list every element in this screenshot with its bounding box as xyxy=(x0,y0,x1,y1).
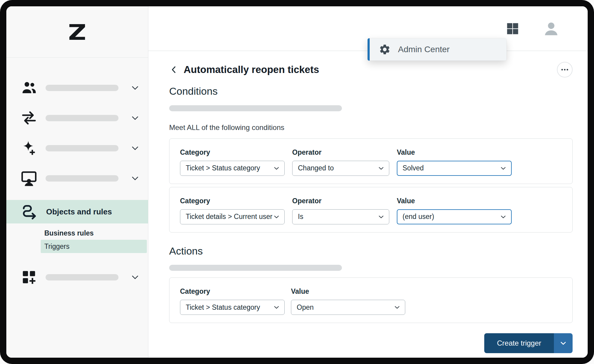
chevron-down-icon xyxy=(393,303,401,311)
actions-heading: Actions xyxy=(169,245,573,258)
chevron-down-icon xyxy=(273,213,280,221)
sidebar: Objects and rules Business rules Trigger… xyxy=(6,6,148,358)
sidebar-item-channels[interactable] xyxy=(6,103,148,133)
category-label: Category xyxy=(180,287,285,296)
people-icon xyxy=(21,80,37,96)
value-label: Value xyxy=(397,197,512,205)
sparkle-icon xyxy=(21,140,37,156)
nav-label-skeleton xyxy=(46,175,118,182)
screenshot-frame: Objects and rules Business rules Trigger… xyxy=(0,0,594,364)
trigger-editor-content: Automatically reopen tickets Conditions … xyxy=(148,62,588,353)
select-value: Is xyxy=(298,213,303,221)
condition-2-category-select[interactable]: Ticket details > Current user xyxy=(180,209,285,224)
app-grid-icon xyxy=(506,22,520,36)
category-label: Category xyxy=(180,197,285,205)
meet-all-conditions-text: Meet ALL of the following conditions xyxy=(169,123,573,132)
select-value: Ticket details > Current user xyxy=(186,213,272,221)
value-field: Value (end user) xyxy=(397,197,512,224)
select-value: Ticket > Status category xyxy=(186,303,260,312)
app-grid-button[interactable] xyxy=(506,22,520,36)
page-title: Automatically reopen tickets xyxy=(184,64,319,75)
nav-label-skeleton xyxy=(46,145,118,151)
chevron-down-icon xyxy=(499,164,507,172)
main-area: Admin Center Automatically reopen ticket… xyxy=(148,6,588,358)
more-options-button[interactable] xyxy=(557,62,573,78)
value-label: Value xyxy=(397,148,512,157)
chevron-down-icon xyxy=(131,83,140,92)
create-trigger-button[interactable]: Create trigger xyxy=(484,333,554,353)
chevron-down-icon xyxy=(559,339,567,347)
chevron-down-icon xyxy=(499,213,507,221)
condition-1-value-select[interactable]: Solved xyxy=(397,161,512,176)
monitor-user-icon xyxy=(21,170,37,186)
sidebar-item-business-rules[interactable]: Business rules xyxy=(6,226,148,240)
conditions-heading: Conditions xyxy=(169,85,573,98)
category-field: Category Ticket details > Current user xyxy=(180,197,285,224)
back-button[interactable] xyxy=(169,65,179,75)
sidebar-item-workspaces[interactable] xyxy=(6,163,148,193)
workflow-icon xyxy=(21,203,38,220)
chevron-down-icon xyxy=(273,303,280,311)
gear-icon xyxy=(379,43,391,55)
objects-and-rules-subnav: Business rules Triggers xyxy=(6,226,148,253)
sidebar-item-objects-and-rules[interactable]: Objects and rules xyxy=(6,200,148,223)
admin-center-label: Admin Center xyxy=(398,45,450,54)
sidebar-item-triggers[interactable]: Triggers xyxy=(41,240,147,253)
action-card-1: Category Ticket > Status category Value … xyxy=(169,277,573,323)
nav-label-skeleton xyxy=(46,274,118,280)
actions-description-skeleton xyxy=(169,265,342,271)
category-field: Category Ticket > Status category xyxy=(180,148,285,176)
condition-card-1: Category Ticket > Status category Operat… xyxy=(169,138,573,184)
sidebar-item-apps[interactable] xyxy=(6,262,148,292)
select-value: Open xyxy=(297,303,314,312)
chevron-down-icon xyxy=(131,174,140,183)
value-field: Value Solved xyxy=(397,148,512,176)
operator-label: Operator xyxy=(292,148,389,157)
swap-arrows-icon xyxy=(21,110,37,126)
zendesk-logo-icon xyxy=(69,24,85,40)
conditions-description-skeleton xyxy=(169,105,342,111)
condition-1-operator-select[interactable]: Changed to xyxy=(292,161,389,176)
operator-field: Operator Is xyxy=(292,197,389,224)
sidebar-item-label: Triggers xyxy=(44,242,70,251)
value-field: Value Open xyxy=(291,287,405,315)
action-1-category-select[interactable]: Ticket > Status category xyxy=(180,300,285,315)
select-value: Changed to xyxy=(298,164,334,172)
chevron-down-icon xyxy=(377,164,385,172)
chevron-down-icon xyxy=(131,273,140,282)
admin-center-popover: Admin Center xyxy=(368,38,507,61)
condition-1-category-select[interactable]: Ticket > Status category xyxy=(180,161,285,176)
chevron-down-icon xyxy=(377,213,385,221)
operator-label: Operator xyxy=(292,197,389,205)
sidebar-item-label: Objects and rules xyxy=(46,207,112,217)
condition-card-2: Category Ticket details > Current user O… xyxy=(169,187,573,233)
action-1-value-select[interactable]: Open xyxy=(291,300,405,315)
sidebar-item-people[interactable] xyxy=(6,73,148,103)
select-value: Ticket > Status category xyxy=(186,164,260,172)
sidebar-item-label: Business rules xyxy=(44,229,94,237)
category-field: Category Ticket > Status category xyxy=(180,287,285,315)
avatar-button[interactable] xyxy=(542,20,560,37)
nav-label-skeleton xyxy=(46,115,118,121)
avatar-icon xyxy=(542,20,560,37)
logo-area xyxy=(6,6,148,58)
apps-plus-icon xyxy=(21,269,37,285)
nav-label-skeleton xyxy=(46,85,118,91)
condition-2-operator-select[interactable]: Is xyxy=(292,209,389,224)
select-value: Solved xyxy=(403,164,424,172)
select-value: (end user) xyxy=(403,213,434,221)
title-row: Automatically reopen tickets xyxy=(169,62,573,78)
condition-2-value-select[interactable]: (end user) xyxy=(397,209,512,224)
value-label: Value xyxy=(291,287,405,296)
operator-field: Operator Changed to xyxy=(292,148,389,176)
popover-accent-bar xyxy=(368,38,370,61)
admin-center-menu-item[interactable]: Admin Center xyxy=(370,38,507,61)
sidebar-item-ai[interactable] xyxy=(6,133,148,163)
zendesk-admin-app: Objects and rules Business rules Trigger… xyxy=(6,6,588,358)
footer-actions: Create trigger xyxy=(169,333,573,353)
category-label: Category xyxy=(180,148,285,157)
more-options-icon xyxy=(560,65,569,74)
sidebar-nav: Objects and rules Business rules Trigger… xyxy=(6,58,148,292)
create-trigger-dropdown-button[interactable] xyxy=(554,333,573,353)
chevron-down-icon xyxy=(273,164,280,172)
